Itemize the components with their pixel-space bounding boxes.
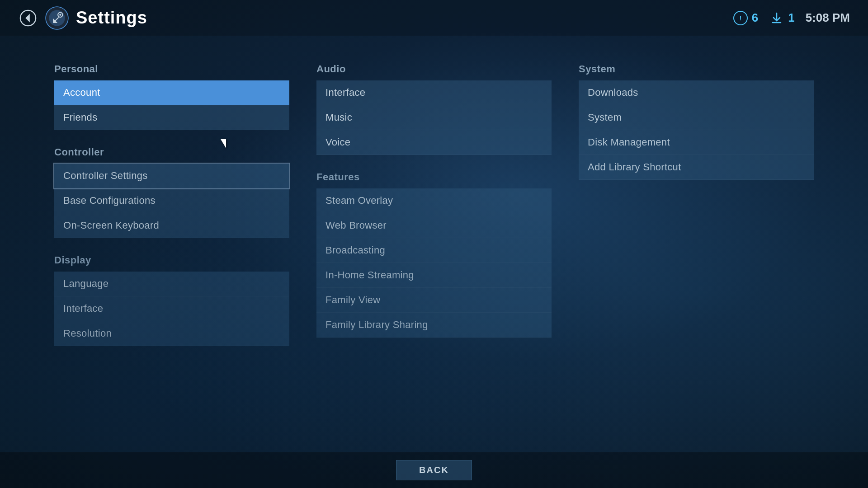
menu-item-interface-display[interactable]: Interface [54, 296, 289, 321]
main-content: Personal Account Friends Controller Cont… [0, 36, 868, 380]
menu-item-interface-audio[interactable]: Interface [316, 80, 552, 105]
menu-item-on-screen-keyboard[interactable]: On-Screen Keyboard [54, 213, 289, 238]
svg-marker-1 [25, 14, 30, 22]
menu-item-music[interactable]: Music [316, 105, 552, 130]
downloads-count: 1 [788, 11, 794, 25]
bottom-bar: BACK [0, 452, 868, 488]
menu-item-system[interactable]: System [579, 105, 814, 130]
menu-item-controller-settings[interactable]: Controller Settings [54, 164, 289, 188]
menu-item-add-library-shortcut[interactable]: Add Library Shortcut [579, 155, 814, 180]
section-personal-title: Personal [54, 63, 289, 75]
svg-point-4 [59, 14, 61, 15]
back-nav-button[interactable] [18, 8, 38, 28]
back-button[interactable]: BACK [396, 460, 472, 480]
steam-logo [45, 6, 69, 30]
menu-item-disk-management[interactable]: Disk Management [579, 130, 814, 155]
menu-item-account[interactable]: Account [54, 80, 289, 105]
section-controller-title: Controller [54, 146, 289, 158]
menu-item-family-view[interactable]: Family View [316, 288, 552, 313]
clock: 5:08 PM [806, 11, 850, 25]
menu-item-base-configurations[interactable]: Base Configurations [54, 188, 289, 213]
section-system: System Downloads System Disk Management … [579, 63, 814, 180]
menu-item-steam-overlay[interactable]: Steam Overlay [316, 188, 552, 213]
column-right: System Downloads System Disk Management … [579, 63, 814, 362]
column-middle: Audio Interface Music Voice Features Ste… [316, 63, 552, 362]
notifications-badge[interactable]: ! 6 [733, 10, 758, 26]
menu-item-broadcasting[interactable]: Broadcasting [316, 238, 552, 263]
page-title: Settings [76, 8, 147, 28]
section-display-title: Display [54, 254, 289, 266]
menu-item-family-library-sharing[interactable]: Family Library Sharing [316, 313, 552, 338]
menu-item-language[interactable]: Language [54, 272, 289, 296]
menu-item-in-home-streaming[interactable]: In-Home Streaming [316, 263, 552, 288]
menu-item-web-browser[interactable]: Web Browser [316, 213, 552, 238]
section-system-title: System [579, 63, 814, 75]
section-controller: Controller Controller Settings Base Conf… [54, 146, 289, 238]
header-right: ! 6 1 5:08 PM [733, 10, 850, 26]
header-left: Settings [18, 6, 147, 30]
section-features: Features Steam Overlay Web Browser Broad… [316, 171, 552, 338]
column-left: Personal Account Friends Controller Cont… [54, 63, 289, 362]
section-features-title: Features [316, 171, 552, 183]
menu-item-downloads[interactable]: Downloads [579, 80, 814, 105]
section-personal: Personal Account Friends [54, 63, 289, 130]
menu-item-resolution[interactable]: Resolution [54, 321, 289, 346]
menu-item-voice[interactable]: Voice [316, 130, 552, 155]
menu-item-friends[interactable]: Friends [54, 105, 289, 130]
section-display: Display Language Interface Resolution [54, 254, 289, 346]
header: Settings ! 6 1 5:08 PM [0, 0, 868, 36]
svg-text:!: ! [739, 14, 741, 22]
section-audio-title: Audio [316, 63, 552, 75]
section-audio: Audio Interface Music Voice [316, 63, 552, 155]
notifications-count: 6 [752, 11, 758, 25]
downloads-badge[interactable]: 1 [769, 10, 794, 26]
